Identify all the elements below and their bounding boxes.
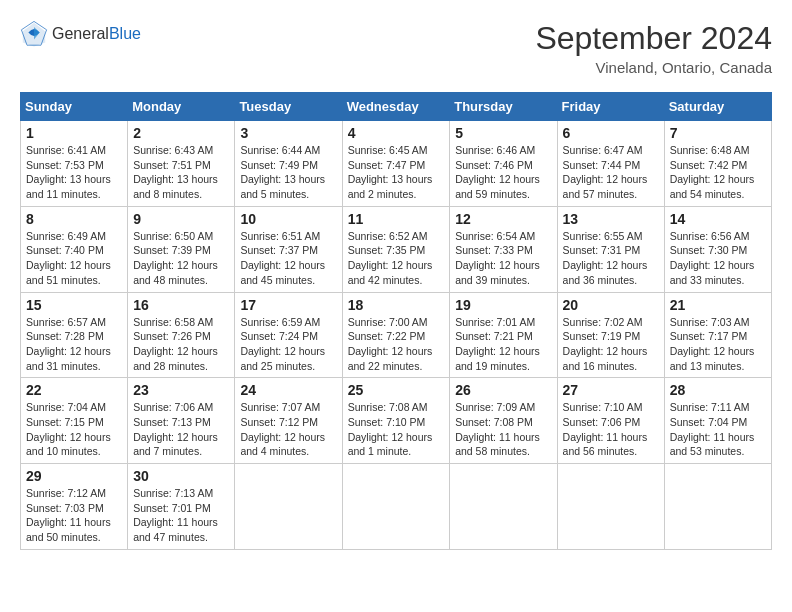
calendar-cell: 19Sunrise: 7:01 AM Sunset: 7:21 PM Dayli…	[450, 292, 557, 378]
calendar-week-row: 1Sunrise: 6:41 AM Sunset: 7:53 PM Daylig…	[21, 121, 772, 207]
page-header: GeneralBlue September 2024 Vineland, Ont…	[20, 20, 772, 76]
calendar-cell: 27Sunrise: 7:10 AM Sunset: 7:06 PM Dayli…	[557, 378, 664, 464]
calendar-cell: 10Sunrise: 6:51 AM Sunset: 7:37 PM Dayli…	[235, 206, 342, 292]
logo-general-text: General	[52, 25, 109, 42]
calendar-cell: 15Sunrise: 6:57 AM Sunset: 7:28 PM Dayli…	[21, 292, 128, 378]
calendar-cell: 9Sunrise: 6:50 AM Sunset: 7:39 PM Daylig…	[128, 206, 235, 292]
day-info: Sunrise: 6:54 AM Sunset: 7:33 PM Dayligh…	[455, 229, 551, 288]
calendar-cell: 22Sunrise: 7:04 AM Sunset: 7:15 PM Dayli…	[21, 378, 128, 464]
day-info: Sunrise: 7:04 AM Sunset: 7:15 PM Dayligh…	[26, 400, 122, 459]
calendar-cell	[664, 464, 771, 550]
calendar-header-tuesday: Tuesday	[235, 93, 342, 121]
calendar-cell: 30Sunrise: 7:13 AM Sunset: 7:01 PM Dayli…	[128, 464, 235, 550]
day-info: Sunrise: 6:52 AM Sunset: 7:35 PM Dayligh…	[348, 229, 445, 288]
day-info: Sunrise: 6:46 AM Sunset: 7:46 PM Dayligh…	[455, 143, 551, 202]
calendar-week-row: 8Sunrise: 6:49 AM Sunset: 7:40 PM Daylig…	[21, 206, 772, 292]
day-info: Sunrise: 7:09 AM Sunset: 7:08 PM Dayligh…	[455, 400, 551, 459]
logo-blue-text: Blue	[109, 25, 141, 42]
day-info: Sunrise: 7:10 AM Sunset: 7:06 PM Dayligh…	[563, 400, 659, 459]
day-number: 23	[133, 382, 229, 398]
calendar-week-row: 15Sunrise: 6:57 AM Sunset: 7:28 PM Dayli…	[21, 292, 772, 378]
day-number: 20	[563, 297, 659, 313]
logo-text: GeneralBlue	[52, 25, 141, 43]
day-info: Sunrise: 7:03 AM Sunset: 7:17 PM Dayligh…	[670, 315, 766, 374]
day-number: 15	[26, 297, 122, 313]
calendar-cell: 5Sunrise: 6:46 AM Sunset: 7:46 PM Daylig…	[450, 121, 557, 207]
day-number: 2	[133, 125, 229, 141]
calendar-cell: 20Sunrise: 7:02 AM Sunset: 7:19 PM Dayli…	[557, 292, 664, 378]
calendar-cell: 12Sunrise: 6:54 AM Sunset: 7:33 PM Dayli…	[450, 206, 557, 292]
calendar-cell: 14Sunrise: 6:56 AM Sunset: 7:30 PM Dayli…	[664, 206, 771, 292]
calendar-cell: 17Sunrise: 6:59 AM Sunset: 7:24 PM Dayli…	[235, 292, 342, 378]
calendar-cell: 3Sunrise: 6:44 AM Sunset: 7:49 PM Daylig…	[235, 121, 342, 207]
calendar-cell: 21Sunrise: 7:03 AM Sunset: 7:17 PM Dayli…	[664, 292, 771, 378]
day-number: 11	[348, 211, 445, 227]
calendar-cell: 8Sunrise: 6:49 AM Sunset: 7:40 PM Daylig…	[21, 206, 128, 292]
logo: GeneralBlue	[20, 20, 141, 48]
calendar-header-thursday: Thursday	[450, 93, 557, 121]
day-number: 27	[563, 382, 659, 398]
day-info: Sunrise: 7:12 AM Sunset: 7:03 PM Dayligh…	[26, 486, 122, 545]
day-info: Sunrise: 6:43 AM Sunset: 7:51 PM Dayligh…	[133, 143, 229, 202]
location: Vineland, Ontario, Canada	[535, 59, 772, 76]
day-info: Sunrise: 6:55 AM Sunset: 7:31 PM Dayligh…	[563, 229, 659, 288]
day-number: 7	[670, 125, 766, 141]
calendar-cell: 18Sunrise: 7:00 AM Sunset: 7:22 PM Dayli…	[342, 292, 450, 378]
calendar-cell	[450, 464, 557, 550]
day-number: 1	[26, 125, 122, 141]
calendar-cell: 24Sunrise: 7:07 AM Sunset: 7:12 PM Dayli…	[235, 378, 342, 464]
day-info: Sunrise: 7:13 AM Sunset: 7:01 PM Dayligh…	[133, 486, 229, 545]
day-number: 24	[240, 382, 336, 398]
calendar-week-row: 29Sunrise: 7:12 AM Sunset: 7:03 PM Dayli…	[21, 464, 772, 550]
day-info: Sunrise: 6:47 AM Sunset: 7:44 PM Dayligh…	[563, 143, 659, 202]
day-info: Sunrise: 7:07 AM Sunset: 7:12 PM Dayligh…	[240, 400, 336, 459]
title-area: September 2024 Vineland, Ontario, Canada	[535, 20, 772, 76]
calendar-table: SundayMondayTuesdayWednesdayThursdayFrid…	[20, 92, 772, 550]
calendar-cell	[342, 464, 450, 550]
day-info: Sunrise: 6:56 AM Sunset: 7:30 PM Dayligh…	[670, 229, 766, 288]
day-number: 18	[348, 297, 445, 313]
day-number: 8	[26, 211, 122, 227]
calendar-header-sunday: Sunday	[21, 93, 128, 121]
calendar-cell: 7Sunrise: 6:48 AM Sunset: 7:42 PM Daylig…	[664, 121, 771, 207]
day-info: Sunrise: 6:44 AM Sunset: 7:49 PM Dayligh…	[240, 143, 336, 202]
day-info: Sunrise: 6:48 AM Sunset: 7:42 PM Dayligh…	[670, 143, 766, 202]
day-info: Sunrise: 6:41 AM Sunset: 7:53 PM Dayligh…	[26, 143, 122, 202]
day-number: 3	[240, 125, 336, 141]
day-info: Sunrise: 6:59 AM Sunset: 7:24 PM Dayligh…	[240, 315, 336, 374]
day-info: Sunrise: 7:00 AM Sunset: 7:22 PM Dayligh…	[348, 315, 445, 374]
day-number: 10	[240, 211, 336, 227]
calendar-cell: 1Sunrise: 6:41 AM Sunset: 7:53 PM Daylig…	[21, 121, 128, 207]
day-number: 16	[133, 297, 229, 313]
day-info: Sunrise: 6:57 AM Sunset: 7:28 PM Dayligh…	[26, 315, 122, 374]
day-number: 25	[348, 382, 445, 398]
calendar-cell: 11Sunrise: 6:52 AM Sunset: 7:35 PM Dayli…	[342, 206, 450, 292]
day-info: Sunrise: 7:01 AM Sunset: 7:21 PM Dayligh…	[455, 315, 551, 374]
day-number: 12	[455, 211, 551, 227]
day-number: 30	[133, 468, 229, 484]
day-number: 29	[26, 468, 122, 484]
calendar-cell: 6Sunrise: 6:47 AM Sunset: 7:44 PM Daylig…	[557, 121, 664, 207]
calendar-cell: 4Sunrise: 6:45 AM Sunset: 7:47 PM Daylig…	[342, 121, 450, 207]
calendar-cell: 29Sunrise: 7:12 AM Sunset: 7:03 PM Dayli…	[21, 464, 128, 550]
calendar-cell: 23Sunrise: 7:06 AM Sunset: 7:13 PM Dayli…	[128, 378, 235, 464]
calendar-cell	[235, 464, 342, 550]
logo-icon	[20, 20, 48, 48]
calendar-header-wednesday: Wednesday	[342, 93, 450, 121]
calendar-header-monday: Monday	[128, 93, 235, 121]
month-title: September 2024	[535, 20, 772, 57]
calendar-week-row: 22Sunrise: 7:04 AM Sunset: 7:15 PM Dayli…	[21, 378, 772, 464]
calendar-cell: 16Sunrise: 6:58 AM Sunset: 7:26 PM Dayli…	[128, 292, 235, 378]
day-number: 28	[670, 382, 766, 398]
calendar-cell	[557, 464, 664, 550]
day-info: Sunrise: 6:58 AM Sunset: 7:26 PM Dayligh…	[133, 315, 229, 374]
calendar-cell: 26Sunrise: 7:09 AM Sunset: 7:08 PM Dayli…	[450, 378, 557, 464]
day-number: 5	[455, 125, 551, 141]
calendar-header-friday: Friday	[557, 93, 664, 121]
day-number: 14	[670, 211, 766, 227]
day-number: 22	[26, 382, 122, 398]
calendar-cell: 28Sunrise: 7:11 AM Sunset: 7:04 PM Dayli…	[664, 378, 771, 464]
day-info: Sunrise: 6:45 AM Sunset: 7:47 PM Dayligh…	[348, 143, 445, 202]
day-info: Sunrise: 7:02 AM Sunset: 7:19 PM Dayligh…	[563, 315, 659, 374]
day-number: 19	[455, 297, 551, 313]
